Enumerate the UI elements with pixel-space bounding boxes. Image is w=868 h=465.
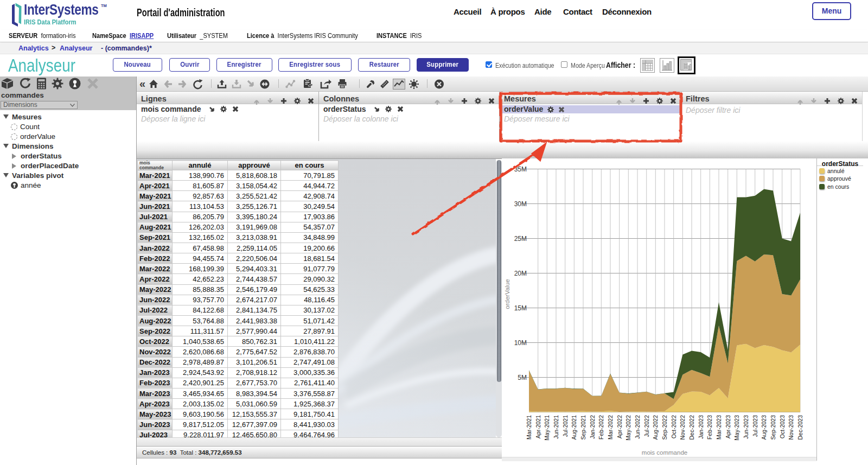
svg-text:15M: 15M xyxy=(514,304,527,312)
svg-text:Oct-2023: Oct-2023 xyxy=(779,415,786,438)
svg-text:35M: 35M xyxy=(514,165,527,173)
svg-text:10M: 10M xyxy=(514,339,527,347)
svg-text:«: « xyxy=(139,79,145,90)
svg-text:Jun-2021: Jun-2021 xyxy=(553,415,559,439)
svg-text:Feb-2023: Feb-2023 xyxy=(706,415,713,439)
svg-text:May-2022: May-2022 xyxy=(625,415,631,441)
svg-text:Jul-2022: Jul-2022 xyxy=(643,415,650,437)
svg-text:Sep-2021: Sep-2021 xyxy=(580,415,586,440)
svg-text:Sep-2023: Sep-2023 xyxy=(770,415,776,440)
svg-text:Mar-2023: Mar-2023 xyxy=(716,415,722,439)
svg-text:Jan-2022: Jan-2022 xyxy=(589,415,596,439)
svg-text:Mar-2021: Mar-2021 xyxy=(526,415,532,439)
svg-text:mois commande: mois commande xyxy=(642,449,687,456)
svg-text:Apr-2023: Apr-2023 xyxy=(725,415,731,438)
svg-text:Jul-2023: Jul-2023 xyxy=(752,415,758,437)
svg-text:Sep-2022: Sep-2022 xyxy=(661,415,668,440)
svg-text:25M: 25M xyxy=(514,235,527,243)
svg-text:Jul-2021: Jul-2021 xyxy=(562,415,569,437)
svg-text:Aug-2021: Aug-2021 xyxy=(571,415,577,440)
svg-text:20M: 20M xyxy=(514,270,527,277)
svg-text:Jun-2023: Jun-2023 xyxy=(743,415,749,439)
svg-text:5M: 5M xyxy=(518,374,527,381)
svg-text:Apr-2022: Apr-2022 xyxy=(616,415,623,438)
svg-text:Jun-2022: Jun-2022 xyxy=(634,415,641,439)
svg-text:Apr-2021: Apr-2021 xyxy=(535,415,541,438)
svg-text:Dec-2023: Dec-2023 xyxy=(797,415,803,440)
svg-text:Feb-2022: Feb-2022 xyxy=(598,415,604,439)
svg-text:Mar-2022: Mar-2022 xyxy=(607,415,614,439)
svg-text:Aug-2023: Aug-2023 xyxy=(761,415,767,440)
svg-text:Nov-2022: Nov-2022 xyxy=(679,415,686,440)
svg-text:Aug-2022: Aug-2022 xyxy=(652,415,659,440)
svg-text:Dec-2022: Dec-2022 xyxy=(688,415,695,440)
svg-text:orderValue: orderValue xyxy=(504,279,510,309)
svg-text:May-2023: May-2023 xyxy=(733,415,740,441)
svg-text:Oct-2022: Oct-2022 xyxy=(671,415,677,438)
svg-text:30M: 30M xyxy=(514,200,527,208)
svg-text:Jan-2023: Jan-2023 xyxy=(698,415,704,439)
svg-text:May-2021: May-2021 xyxy=(544,415,550,441)
svg-text:Nov-2023: Nov-2023 xyxy=(788,415,794,440)
